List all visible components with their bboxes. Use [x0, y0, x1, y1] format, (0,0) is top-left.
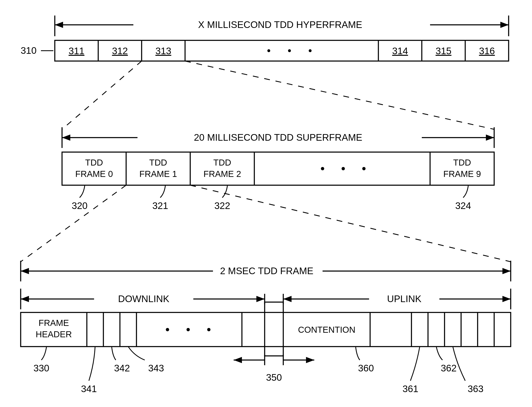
- hyper-cell-0: 311: [69, 46, 84, 56]
- svg-marker-78: [306, 357, 314, 363]
- frame-title: 2 MSEC TDD FRAME: [220, 266, 313, 276]
- svg-point-34: [342, 167, 345, 170]
- hyperframe-title: X MILLISECOND TDD HYPERFRAME: [198, 19, 362, 30]
- svg-marker-3: [55, 22, 63, 28]
- superframe-section: 20 MILLISECOND TDD SUPERFRAME TDD FRAME …: [21, 127, 511, 262]
- ref-350: 350: [266, 372, 282, 383]
- svg-point-15: [288, 49, 291, 52]
- ref-322: 322: [214, 200, 230, 211]
- downlink-label: DOWNLINK: [118, 293, 169, 304]
- ref-330: 330: [33, 363, 49, 374]
- svg-text:FRAME 2: FRAME 2: [204, 169, 241, 179]
- svg-line-17: [62, 61, 142, 129]
- ref-361: 361: [403, 384, 418, 394]
- ref-343: 343: [148, 363, 164, 374]
- svg-point-14: [267, 49, 270, 52]
- hyperframe-section: X MILLISECOND TDD HYPERFRAME 310 311 312…: [21, 16, 509, 129]
- ref-362: 362: [441, 363, 457, 374]
- tdd-frame-section: 2 MSEC TDD FRAME DOWNLINK UPLINK FRAME H…: [21, 261, 511, 394]
- svg-line-38: [190, 185, 511, 262]
- svg-line-18: [185, 61, 494, 129]
- svg-point-35: [362, 167, 365, 170]
- svg-rect-25: [62, 152, 494, 185]
- svg-text:FRAME 9: FRAME 9: [443, 169, 481, 179]
- svg-marker-5: [500, 22, 509, 28]
- svg-line-37: [21, 185, 126, 262]
- ref-342: 342: [114, 363, 130, 374]
- ref-310: 310: [21, 45, 37, 56]
- super-frame-1: TDD: [149, 158, 167, 167]
- super-frame-0: TDD: [85, 158, 103, 167]
- svg-text:FRAME 0: FRAME 0: [75, 169, 113, 179]
- svg-point-65: [207, 328, 211, 331]
- svg-rect-67: [265, 302, 283, 356]
- svg-point-64: [187, 328, 190, 331]
- hyper-cell-1: 312: [112, 46, 128, 56]
- svg-marker-42: [21, 268, 29, 274]
- svg-text:FRAME 1: FRAME 1: [139, 169, 177, 179]
- svg-marker-76: [234, 357, 242, 363]
- svg-rect-57: [21, 313, 511, 347]
- super-frame-9: TDD: [453, 158, 471, 167]
- ref-363: 363: [468, 384, 484, 394]
- frame-header-label: FRAME: [39, 318, 69, 328]
- svg-marker-47: [21, 296, 29, 302]
- ref-360: 360: [358, 363, 374, 374]
- uplink-label: UPLINK: [387, 293, 421, 304]
- super-frame-2: TDD: [213, 158, 231, 167]
- hyper-cell-3: 314: [392, 46, 408, 56]
- superframe-title: 20 MILLISECOND TDD SUPERFRAME: [194, 132, 363, 143]
- svg-marker-44: [502, 268, 511, 274]
- hyper-cell-4: 315: [436, 46, 452, 56]
- hyper-cell-5: 316: [479, 46, 495, 56]
- contention-label: CONTENTION: [298, 325, 355, 335]
- ref-324: 324: [455, 200, 471, 211]
- svg-marker-49: [256, 296, 265, 302]
- svg-text:HEADER: HEADER: [36, 329, 72, 339]
- svg-marker-22: [62, 134, 70, 141]
- ref-341: 341: [81, 384, 97, 394]
- svg-point-16: [309, 49, 312, 52]
- svg-marker-53: [502, 296, 511, 302]
- hyper-cell-2: 313: [155, 46, 171, 56]
- svg-marker-24: [486, 134, 494, 141]
- svg-marker-51: [283, 296, 292, 302]
- svg-point-63: [166, 328, 169, 331]
- tdd-frame-structure-diagram: X MILLISECOND TDD HYPERFRAME 310 311 312…: [0, 0, 532, 407]
- ref-320: 320: [72, 200, 88, 211]
- svg-point-33: [321, 167, 324, 170]
- ref-321: 321: [152, 200, 168, 211]
